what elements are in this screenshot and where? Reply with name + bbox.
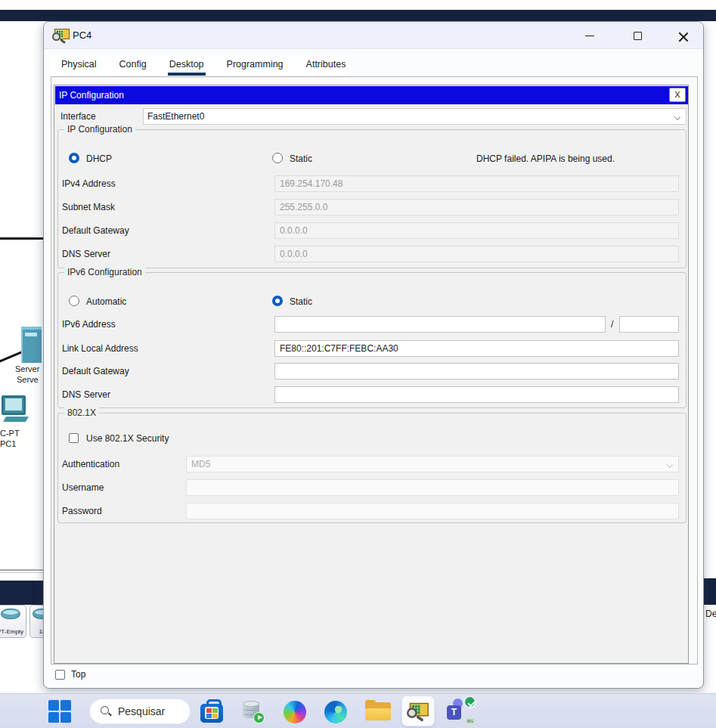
authentication-value: MD5 bbox=[191, 459, 210, 469]
password-input[interactable] bbox=[186, 503, 679, 519]
tab-config[interactable]: Config bbox=[118, 55, 148, 76]
authentication-label: Authentication bbox=[62, 459, 119, 469]
teams-logo-letter: T bbox=[447, 705, 461, 720]
top-checkbox[interactable] bbox=[55, 670, 65, 680]
packet-tracer-taskbar-button[interactable] bbox=[401, 695, 435, 726]
server-label: Server bbox=[15, 364, 39, 373]
username-input[interactable] bbox=[186, 479, 679, 496]
pc-device-base bbox=[3, 417, 29, 422]
ipv6-configuration-group: IPv6 Configuration Automatic Static IPv6… bbox=[57, 272, 687, 408]
search-icon bbox=[101, 706, 111, 717]
group-legend: 802.1X bbox=[64, 407, 99, 418]
ipv6-address-label: IPv6 Address bbox=[62, 319, 116, 330]
top-checkbox-label: Top bbox=[71, 669, 85, 680]
link-local-address-label: Link Local Address bbox=[62, 343, 138, 354]
ipv4-static-radio[interactable] bbox=[272, 153, 283, 163]
ipv4-static-radio-label: Static bbox=[290, 153, 312, 164]
play-badge-icon bbox=[253, 712, 265, 723]
subnet-mask-input[interactable] bbox=[274, 199, 679, 215]
ipv6-default-gateway-label: Default Gateway bbox=[62, 366, 129, 376]
workspace-right-strip: De bbox=[704, 21, 716, 693]
start-button[interactable] bbox=[48, 699, 71, 723]
copilot-button[interactable] bbox=[284, 699, 306, 723]
ipv6-static-radio-label: Static bbox=[290, 296, 312, 307]
maximize-icon bbox=[634, 32, 642, 40]
tab-bar: Physical Config Desktop Programming Attr… bbox=[50, 55, 347, 76]
ipv6-dns-server-input[interactable] bbox=[274, 386, 679, 403]
divider bbox=[0, 569, 43, 571]
interface-value: FastEthernet0 bbox=[147, 111, 204, 122]
ip-configuration-group: IP Configuration DHCP Static DHCP failed… bbox=[57, 129, 687, 268]
packet-tracer-icon bbox=[407, 702, 429, 720]
copilot-icon bbox=[284, 701, 306, 723]
dns-server-input[interactable] bbox=[274, 246, 679, 262]
default-gateway-label: Default Gateway bbox=[62, 225, 129, 236]
dhcp-radio-label: DHCP bbox=[86, 153, 112, 164]
chevron-down-icon bbox=[666, 461, 673, 468]
ipv6-automatic-radio[interactable] bbox=[69, 296, 79, 306]
use-8021x-security-checkbox[interactable] bbox=[69, 433, 79, 443]
link-local-address-input[interactable] bbox=[274, 340, 679, 357]
dot1x-group: 802.1X Use 802.1X Security Authenticatio… bbox=[57, 413, 687, 523]
store-icon bbox=[200, 704, 223, 723]
ipv4-address-label: IPv4 Address bbox=[62, 178, 116, 189]
subnet-mask-label: Subnet Mask bbox=[62, 202, 115, 212]
tab-attributes[interactable]: Attributes bbox=[305, 55, 348, 76]
edge-button[interactable] bbox=[324, 699, 347, 723]
dns-server-label: DNS Server bbox=[62, 249, 110, 259]
minimize-icon bbox=[585, 36, 594, 36]
tab-programming[interactable]: Programming bbox=[225, 55, 285, 76]
tab-desktop[interactable]: Desktop bbox=[168, 55, 206, 76]
device-panel-text: De bbox=[705, 609, 716, 619]
subwindow-titlebar[interactable]: IP Configuration bbox=[55, 86, 688, 104]
file-explorer-button[interactable] bbox=[365, 699, 391, 722]
ipv6-prefix-input[interactable] bbox=[619, 316, 679, 333]
screen: Server Serve C-PT PC1 PT-Empty 18 De PC4 bbox=[0, 0, 716, 728]
ipv6-dns-server-label: DNS Server bbox=[62, 389, 110, 400]
default-gateway-input[interactable] bbox=[274, 222, 679, 239]
palette-device-label: PT-Empty bbox=[0, 628, 26, 635]
dhcp-radio[interactable] bbox=[69, 153, 79, 163]
subwindow-close-button[interactable]: X bbox=[669, 88, 686, 102]
search-box[interactable]: Pesquisar bbox=[89, 699, 191, 724]
minimize-button[interactable] bbox=[578, 26, 602, 45]
prefix-separator: / bbox=[611, 319, 613, 330]
pc-label: C-PT bbox=[0, 429, 20, 438]
status-available-icon bbox=[463, 695, 476, 708]
ipv6-automatic-radio-label: Automatic bbox=[86, 296, 126, 307]
device-palette-header bbox=[0, 581, 43, 605]
router-icon bbox=[1, 609, 20, 619]
server-device-slot bbox=[25, 333, 37, 336]
dialog-titlebar[interactable]: PC4 bbox=[44, 22, 703, 49]
database-app-button[interactable] bbox=[242, 699, 262, 722]
palette-device-pt-empty[interactable]: PT-Empty bbox=[0, 605, 26, 638]
interface-label: Interface bbox=[60, 111, 96, 122]
username-label: Username bbox=[62, 482, 104, 493]
pc-label-2: PC1 bbox=[0, 439, 16, 448]
teams-icon: T RG bbox=[446, 698, 478, 726]
close-button[interactable] bbox=[671, 26, 695, 45]
packet-tracer-icon bbox=[52, 28, 70, 42]
windows-logo-icon bbox=[48, 699, 71, 723]
microsoft-store-button[interactable] bbox=[200, 699, 223, 723]
password-label: Password bbox=[62, 506, 102, 516]
close-icon bbox=[678, 31, 688, 41]
packet-tracer-toolbar-strip bbox=[0, 10, 716, 21]
pc4-dialog-window: PC4 Physical Config Desktop Programming … bbox=[43, 21, 704, 689]
ipv6-default-gateway-input[interactable] bbox=[274, 363, 679, 379]
workspace-left-strip: Server Serve C-PT PC1 PT-Empty 18 bbox=[0, 21, 43, 693]
ipv6-static-radio[interactable] bbox=[272, 296, 283, 306]
device-palette-header bbox=[704, 578, 716, 605]
ipv4-address-input[interactable] bbox=[274, 175, 679, 192]
windows-taskbar: Pesquisar bbox=[0, 693, 716, 728]
chevron-down-icon bbox=[674, 113, 680, 120]
network-link-line bbox=[0, 237, 44, 240]
authentication-dropdown[interactable]: MD5 bbox=[186, 456, 679, 472]
tab-physical[interactable]: Physical bbox=[60, 55, 98, 76]
ipv6-address-input[interactable] bbox=[274, 316, 606, 333]
teams-account-badge: RG bbox=[465, 716, 476, 726]
interface-dropdown[interactable]: FastEthernet0 bbox=[143, 108, 687, 125]
teams-button[interactable]: T RG bbox=[446, 698, 478, 726]
maximize-button[interactable] bbox=[625, 26, 649, 45]
edge-icon bbox=[324, 701, 347, 723]
